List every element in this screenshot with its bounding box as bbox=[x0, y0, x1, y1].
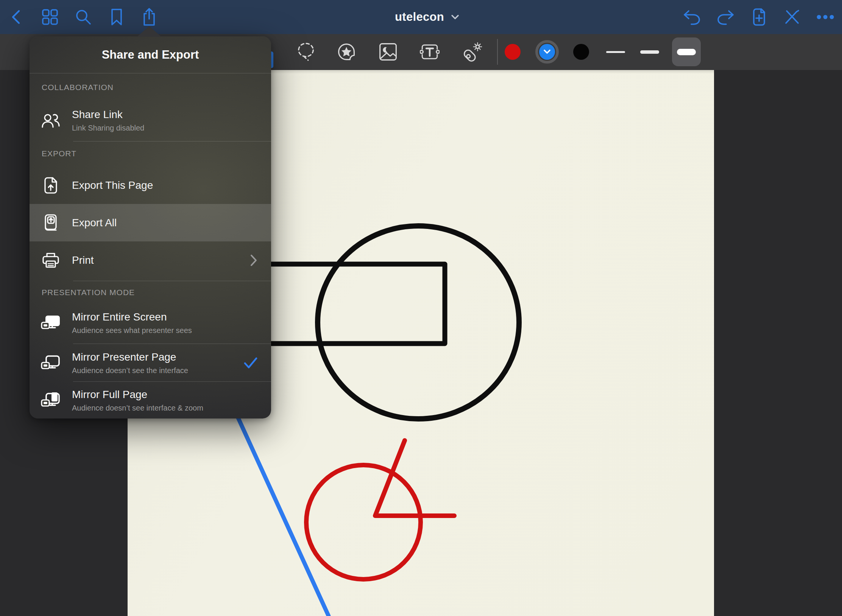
undo-button[interactable] bbox=[683, 8, 701, 26]
bookmark-button[interactable] bbox=[108, 8, 126, 26]
document-title: utelecon bbox=[395, 10, 444, 24]
sticker-tool-button[interactable] bbox=[337, 38, 356, 65]
more-button[interactable] bbox=[816, 8, 834, 26]
text-tool-icon bbox=[420, 41, 440, 62]
image-icon bbox=[378, 41, 398, 62]
stroke-width-thick bbox=[677, 49, 696, 55]
laser-pointer-icon bbox=[463, 41, 482, 63]
divider bbox=[30, 73, 271, 73]
bookmark-icon bbox=[109, 8, 124, 26]
back-icon bbox=[9, 8, 23, 26]
color-swatch-black[interactable] bbox=[573, 44, 589, 60]
people-icon bbox=[30, 112, 72, 129]
more-icon bbox=[816, 14, 834, 20]
chevron-right-icon bbox=[250, 254, 257, 267]
menu-item-mirror-presenter-page[interactable]: Mirror Presenter Page Audience doesn’t s… bbox=[30, 344, 271, 381]
mirror-presenter-icon bbox=[30, 354, 72, 372]
divider bbox=[73, 381, 271, 382]
sticker-icon bbox=[337, 41, 356, 62]
export-all-icon bbox=[30, 213, 72, 232]
thumbnails-button[interactable] bbox=[41, 8, 59, 26]
share-export-popover: Share and Export COLLABORATION Share Lin… bbox=[30, 36, 271, 418]
text-tool-button[interactable] bbox=[420, 38, 440, 65]
popover-title: Share and Export bbox=[30, 36, 271, 73]
mirror-entire-screen-desc: Audience sees what presenter sees bbox=[72, 325, 271, 336]
disable-pen-button[interactable] bbox=[783, 8, 801, 26]
lasso-icon bbox=[296, 41, 316, 63]
document-title-button[interactable]: utelecon bbox=[395, 0, 459, 34]
divider bbox=[73, 141, 271, 142]
add-page-button[interactable] bbox=[750, 8, 768, 26]
lasso-tool-button[interactable] bbox=[296, 38, 316, 65]
mirror-presenter-page-desc: Audience doesn’t see the interface bbox=[72, 365, 244, 376]
section-header-collaboration: COLLABORATION bbox=[42, 82, 264, 93]
menu-item-share-link[interactable]: Share Link Link Sharing disabled bbox=[30, 101, 271, 140]
laser-pointer-button[interactable] bbox=[463, 38, 482, 65]
stroke-width-medium[interactable] bbox=[640, 50, 659, 54]
mirror-screen-icon bbox=[30, 314, 72, 331]
stroke-width-thin[interactable] bbox=[606, 51, 625, 53]
mirror-full-page-desc: Audience doesn’t see interface & zoom bbox=[72, 402, 271, 414]
redo-button[interactable] bbox=[717, 8, 735, 26]
back-button[interactable] bbox=[7, 8, 25, 26]
search-button[interactable] bbox=[74, 8, 92, 26]
undo-icon bbox=[683, 9, 701, 25]
section-header-export: EXPORT bbox=[42, 148, 264, 159]
mirror-full-page-label: Mirror Full Page bbox=[72, 387, 271, 402]
mirror-full-icon bbox=[30, 392, 72, 409]
app-screen: utelecon bbox=[0, 0, 842, 616]
print-label: Print bbox=[72, 253, 250, 268]
disable-pen-icon bbox=[784, 9, 800, 25]
menu-item-print[interactable]: Print bbox=[30, 241, 271, 279]
search-icon bbox=[75, 8, 92, 26]
menu-item-export-all[interactable]: Export All bbox=[30, 204, 271, 241]
section-header-presentation-mode: PRESENTATION MODE bbox=[42, 287, 264, 298]
menu-item-mirror-entire-screen[interactable]: Mirror Entire Screen Audience sees what … bbox=[30, 302, 271, 344]
chevron-down-icon bbox=[544, 50, 550, 54]
color-swatch-blue-selected[interactable] bbox=[535, 40, 559, 64]
chevron-down-icon bbox=[451, 14, 459, 20]
menu-item-mirror-full-page[interactable]: Mirror Full Page Audience doesn’t see in… bbox=[30, 382, 271, 418]
print-icon bbox=[30, 252, 72, 269]
add-page-icon bbox=[752, 8, 767, 26]
share-button[interactable] bbox=[140, 8, 158, 26]
mirror-entire-screen-label: Mirror Entire Screen bbox=[72, 310, 271, 325]
image-tool-button[interactable] bbox=[378, 38, 398, 65]
color-swatch-red[interactable] bbox=[505, 44, 521, 60]
divider bbox=[73, 281, 271, 281]
export-page-icon bbox=[30, 176, 72, 194]
share-link-label: Share Link bbox=[72, 107, 271, 122]
share-icon bbox=[141, 8, 157, 26]
toolbar-separator bbox=[497, 39, 498, 65]
share-link-status: Link Sharing disabled bbox=[72, 122, 271, 134]
checkmark-icon bbox=[244, 357, 257, 369]
mirror-presenter-page-label: Mirror Presenter Page bbox=[72, 350, 244, 365]
thumbnails-icon bbox=[41, 8, 59, 26]
navigation-bar: utelecon bbox=[0, 0, 842, 34]
export-this-page-label: Export This Page bbox=[72, 178, 271, 193]
menu-item-export-this-page[interactable]: Export This Page bbox=[30, 167, 271, 204]
stroke-width-thick-selected[interactable] bbox=[672, 37, 701, 66]
redo-icon bbox=[717, 9, 735, 25]
export-all-label: Export All bbox=[72, 215, 271, 230]
divider bbox=[73, 344, 271, 344]
color-swatch-blue bbox=[539, 44, 555, 60]
